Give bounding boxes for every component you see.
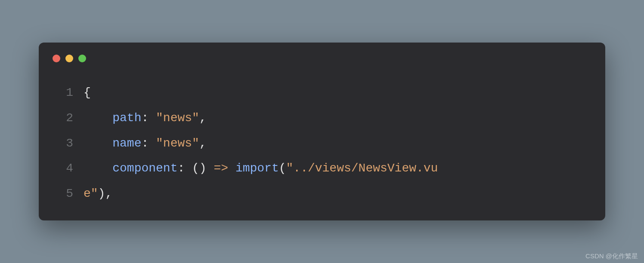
code-token (84, 111, 112, 125)
code-token: , (199, 137, 207, 150)
line-content: path: "news", (84, 106, 591, 131)
watermark-text: CSDN @化作繁星 (585, 252, 638, 260)
close-icon[interactable] (53, 55, 60, 62)
code-token: ) (98, 187, 105, 200)
line-content: name: "news", (84, 131, 591, 156)
code-token: => (214, 162, 228, 175)
code-token: name (112, 137, 141, 150)
minimize-icon[interactable] (65, 55, 73, 62)
code-line: 3 name: "news", (53, 131, 591, 156)
maximize-icon[interactable] (78, 55, 86, 62)
code-token: : (177, 162, 192, 175)
code-token: { (84, 86, 91, 99)
code-line: 5e"), (53, 181, 591, 207)
line-content: component: () => import("../views/NewsVi… (84, 156, 591, 181)
code-window: 1{2 path: "news",3 name: "news",4 compon… (39, 43, 605, 220)
code-token: path (112, 111, 141, 125)
code-token (84, 162, 112, 175)
code-token: , (199, 111, 207, 125)
line-number: 5 (53, 181, 73, 207)
line-number: 2 (53, 106, 73, 131)
line-number: 4 (53, 156, 73, 181)
code-token: , (105, 187, 112, 200)
code-token (228, 162, 235, 175)
code-token (84, 137, 112, 150)
line-content: { (84, 80, 591, 106)
code-token: : (141, 111, 156, 125)
window-controls (53, 55, 591, 62)
code-token: "news" (156, 111, 199, 125)
code-line: 1{ (53, 80, 591, 106)
line-content: e"), (84, 181, 591, 207)
code-token: e" (84, 187, 98, 200)
code-token: component (112, 162, 177, 175)
code-token: import (235, 162, 279, 175)
code-token: : (141, 137, 156, 150)
line-number: 1 (53, 80, 73, 106)
code-line: 2 path: "news", (53, 106, 591, 131)
code-token: "news" (156, 137, 199, 150)
code-token: "../views/NewsView.vu (286, 162, 438, 175)
code-token: () (192, 162, 214, 175)
code-token: ( (279, 162, 286, 175)
code-line: 4 component: () => import("../views/News… (53, 156, 591, 181)
code-editor[interactable]: 1{2 path: "news",3 name: "news",4 compon… (53, 80, 591, 207)
line-number: 3 (53, 131, 73, 156)
